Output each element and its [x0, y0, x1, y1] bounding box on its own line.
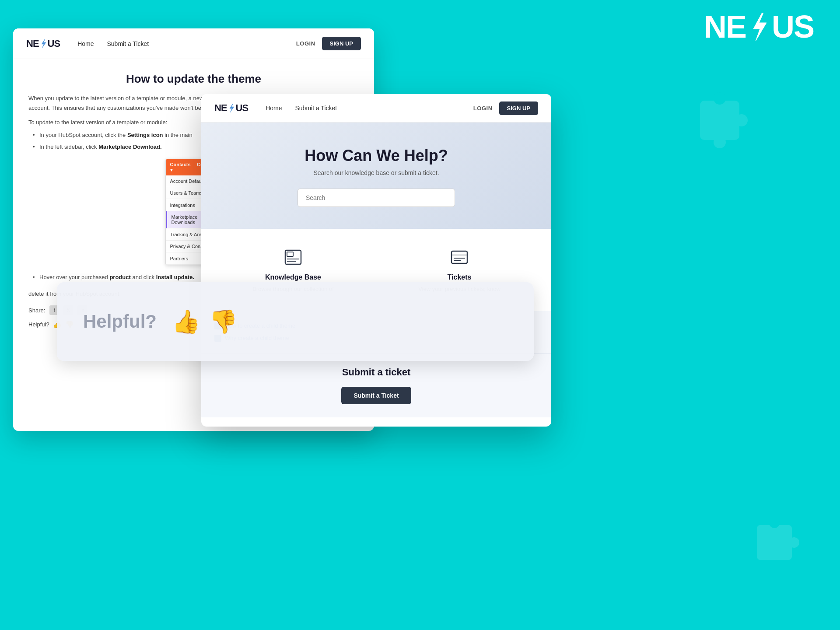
help-center-nav: NEUS Home Submit a Ticket LOGIN SIGN UP: [201, 94, 551, 122]
svg-rect-3: [700, 101, 739, 140]
article-signup-button[interactable]: SIGN UP: [322, 37, 361, 50]
svg-rect-12: [452, 254, 467, 256]
background-logo: NE US: [704, 9, 814, 45]
help-center-window: NEUS Home Submit a Ticket LOGIN SIGN UP …: [201, 94, 551, 427]
article-title: How to update the theme: [28, 72, 359, 86]
hero-subtitle: Search our knowledge base or submit a ti…: [214, 169, 538, 176]
help-nav-submit-ticket-link[interactable]: Submit a Ticket: [295, 105, 337, 112]
article-nav-actions: LOGIN SIGN UP: [296, 37, 361, 50]
svg-point-6: [714, 136, 726, 148]
tickets-icon: [448, 246, 470, 268]
helpful-banner: Helpful? 👍 👎: [57, 282, 534, 361]
svg-rect-8: [287, 252, 293, 256]
svg-point-4: [714, 92, 726, 105]
hero-title: How Can We Help?: [214, 147, 538, 165]
help-signup-button[interactable]: SIGN UP: [499, 102, 538, 115]
help-center-logo: NEUS: [214, 102, 248, 114]
knowledge-base-title: Knowledge Base: [219, 273, 368, 281]
bg-logo-text: NE: [704, 9, 746, 45]
bg-logo-text2: US: [772, 9, 814, 45]
article-logo: NEUS: [26, 38, 60, 49]
submit-ticket-button[interactable]: Submit a Ticket: [341, 387, 411, 404]
article-nav: NEUS Home Submit a Ticket LOGIN SIGN UP: [13, 28, 374, 59]
helpful-banner-label: Helpful?: [83, 311, 157, 332]
search-input[interactable]: [298, 189, 455, 207]
submit-ticket-title: Submit a ticket: [214, 367, 538, 378]
article-login-button[interactable]: LOGIN: [296, 40, 315, 47]
help-nav-actions: LOGIN SIGN UP: [473, 102, 538, 115]
svg-point-1: [769, 518, 780, 528]
article-nav-links: Home Submit a Ticket: [77, 40, 149, 47]
helpful-label-bottom: Helpful?: [28, 321, 49, 328]
hubspot-header-contacts: Contacts ▾: [170, 162, 194, 173]
thumbdown-icon[interactable]: 👎: [209, 308, 238, 335]
share-label: Share:: [28, 307, 45, 314]
svg-point-2: [789, 537, 799, 548]
helpful-thumbs: 👍 👎: [172, 308, 238, 335]
svg-rect-0: [757, 525, 792, 560]
submit-ticket-section: Submit a ticket Submit a Ticket: [201, 353, 551, 417]
help-nav-links: Home Submit a Ticket: [266, 105, 337, 112]
svg-point-5: [735, 114, 748, 126]
search-bar: [298, 189, 455, 207]
nav-submit-ticket-link[interactable]: Submit a Ticket: [107, 40, 149, 47]
tickets-title: Tickets: [385, 273, 534, 281]
help-login-button[interactable]: LOGIN: [473, 105, 493, 112]
thumbup-icon[interactable]: 👍: [172, 308, 200, 335]
svg-rect-11: [452, 251, 467, 263]
knowledge-base-icon: [282, 246, 304, 268]
help-nav-home-link[interactable]: Home: [266, 105, 282, 112]
hero-section: How Can We Help? Search our knowledge ba…: [201, 122, 551, 229]
nav-home-link[interactable]: Home: [77, 40, 94, 47]
